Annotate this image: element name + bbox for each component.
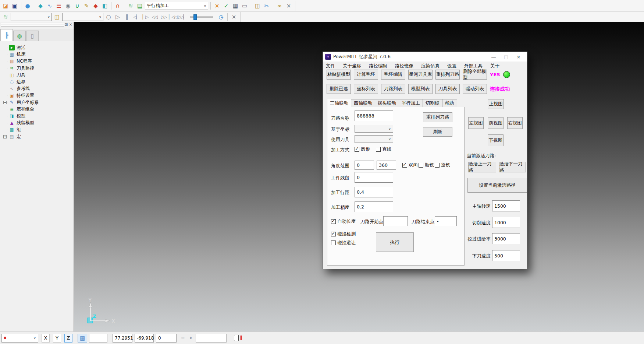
sim-toolpath-combo[interactable]: ∨ <box>11 13 52 21</box>
tree-item-groups[interactable]: ▩组 <box>0 126 74 133</box>
set-active-path-button[interactable]: 设置当前激活路径 <box>467 178 527 193</box>
bulb-icon[interactable]: ○ <box>104 13 113 21</box>
tab-help[interactable]: 帮助 <box>442 99 457 107</box>
verify-icon[interactable]: ✓ <box>222 2 230 10</box>
calc-block-button[interactable]: 计算毛坯 <box>354 70 378 80</box>
coordinate-y-value[interactable]: -69.918 <box>135 334 154 343</box>
open-icon[interactable]: ◪ <box>1 2 10 10</box>
axis-z-button[interactable]: Z <box>64 334 72 343</box>
toolpath-coil-icon[interactable]: ≋ <box>1 13 10 21</box>
mode-circle-checkbox[interactable]: 圆形 <box>355 146 370 152</box>
tree-item-tools[interactable]: ◫刀具 <box>0 71 74 78</box>
delete-all-models-button[interactable]: 删除全部模型 <box>463 70 487 80</box>
paste-new-model-button[interactable]: 粘贴新模型 <box>327 70 351 80</box>
toolpath-coil-icon[interactable]: ≋ <box>127 2 135 10</box>
tree-item-models[interactable]: ◨模型 <box>0 113 74 120</box>
menu-about[interactable]: 关于 <box>490 63 499 69</box>
delete-selected-button[interactable]: 删除已选 <box>327 84 351 94</box>
save-icon[interactable]: ▣ <box>11 2 19 10</box>
top-view-button[interactable]: 上视图 <box>488 99 504 109</box>
model-list-button[interactable]: 模型列表 <box>408 84 433 94</box>
menu-coords[interactable]: 关于坐标 <box>343 63 361 69</box>
close-button[interactable]: × <box>512 52 525 61</box>
toolpath-moves-icon[interactable]: ∿ <box>46 2 54 10</box>
skim-feed-input[interactable]: 3000 <box>492 233 520 244</box>
angle-from-input[interactable]: 0 <box>355 161 374 170</box>
explorer-trash-tab[interactable]: ▯ <box>26 31 39 41</box>
simulate-arc-icon[interactable]: ∩ <box>114 2 122 10</box>
tool-list-button[interactable]: 刀具列表 <box>435 84 460 94</box>
binoculars-icon[interactable]: ∞ <box>275 2 284 10</box>
tree-item-boundaries[interactable]: ◌边界 <box>0 78 74 85</box>
collision-check-icon[interactable]: × <box>213 2 221 10</box>
tree-item-stock-models[interactable]: ▲残留模型 <box>0 120 74 127</box>
cutting-speed-input[interactable]: 1000 <box>492 217 520 228</box>
measure-icon[interactable]: ▭ <box>241 2 249 10</box>
toolbar-close-icon[interactable]: × <box>285 2 293 10</box>
edit-block-button[interactable]: 毛坯编辑 <box>381 70 405 80</box>
dir-both-checkbox[interactable]: 双向 <box>402 162 418 168</box>
expand-icon[interactable]: + <box>3 101 7 104</box>
coord-base-combo[interactable]: ∨ <box>355 125 393 133</box>
tab-parallel[interactable]: 平行加工 <box>399 99 423 107</box>
rewind-icon[interactable]: ◁◁ <box>150 13 159 21</box>
menu-path-edit[interactable]: 路径编辑 <box>369 63 387 69</box>
dir-climb-checkbox[interactable]: 顺铣 <box>419 162 434 168</box>
dir-conventional-checkbox[interactable]: 逆铣 <box>435 162 450 168</box>
step-forward-icon[interactable]: ▏▷ <box>141 13 149 21</box>
tool-pair-icon[interactable]: ◫ <box>253 2 261 10</box>
mode-line-checkbox[interactable]: 直线 <box>376 146 391 152</box>
left-view-button[interactable]: 左视图 <box>468 117 484 129</box>
start-point-input[interactable] <box>383 216 408 226</box>
go-end-icon[interactable]: ▷▷▏ <box>178 13 186 21</box>
activate-prev-toolpath-button[interactable]: 激活上一刀路 <box>468 162 496 172</box>
expand-icon[interactable]: + <box>3 135 7 138</box>
explorer-tree-tab[interactable]: ╠ <box>0 29 13 41</box>
pause-icon[interactable]: ‖ <box>123 13 131 21</box>
tree-item-machine-tools[interactable]: ▦机床 <box>0 51 74 58</box>
auto-length-checkbox[interactable]: 自动长度 <box>331 218 356 225</box>
tree-item-nc-programs[interactable]: ▧NC程序 <box>0 58 74 65</box>
dock-grip[interactable] <box>1 23 64 24</box>
toolbar-close-icon[interactable]: × <box>230 13 238 21</box>
shaded-sphere-icon[interactable]: ● <box>24 2 32 10</box>
maximize-button[interactable]: □ <box>500 52 512 61</box>
dialog-titlebar[interactable]: ✦ PowerMILL 忆梦星河 7.0.6 — □ × <box>323 52 527 62</box>
stock-remain-input[interactable]: 0 <box>355 172 393 183</box>
minimize-button[interactable]: — <box>487 52 500 61</box>
stepover-input[interactable]: 0.4 <box>355 187 393 197</box>
strategy-combo[interactable]: 平行精加工 ∨ <box>145 2 208 10</box>
ball-tool-icon[interactable]: ◉ <box>64 2 72 10</box>
use-tool-combo[interactable]: ∨ <box>355 135 393 143</box>
grid-size-input[interactable] <box>89 334 107 343</box>
rearrange-toolpaths-button[interactable]: 重排列刀路 <box>435 70 460 80</box>
snap-mode-combo[interactable]: ∨ <box>1 334 38 343</box>
right-view-button[interactable]: 右视图 <box>507 117 523 129</box>
tree-item-toolpaths[interactable]: ≋刀具路径 <box>0 65 74 72</box>
tool-library-button[interactable]: 星河刀具库 <box>408 70 433 80</box>
explorer-globe-tab[interactable]: ◍ <box>13 31 26 41</box>
tab-saw[interactable]: 切割锯 <box>423 99 442 107</box>
tree-item-workplanes[interactable]: +✎用户坐标系 <box>0 99 74 106</box>
menu-render-sim[interactable]: 渲染仿真 <box>421 63 440 69</box>
menu-file[interactable]: 文件 <box>326 63 335 69</box>
panel-close-icon[interactable]: × <box>68 22 73 27</box>
clock-icon[interactable]: ◷ <box>217 13 225 21</box>
axis-x-button[interactable]: X <box>42 334 50 343</box>
go-start-icon[interactable]: ▏◁◁ <box>169 13 177 21</box>
menu-settings[interactable]: 设置 <box>447 63 456 69</box>
sim-speed-slider[interactable] <box>190 16 213 18</box>
tab-4axis[interactable]: 四轴联动 <box>351 99 375 107</box>
bottom-view-button[interactable]: 下视图 <box>488 134 504 146</box>
front-view-button[interactable]: 前视图 <box>488 117 504 129</box>
feature-points-icon[interactable]: ◆ <box>92 2 100 10</box>
rearrange-button[interactable]: 重排列刀路 <box>423 112 452 122</box>
coordinate-z-value[interactable]: 0 <box>156 334 177 343</box>
menu-path-mirror[interactable]: 路径镜像 <box>395 63 413 69</box>
strategy-w-icon[interactable]: ∪ <box>73 2 81 10</box>
tree-item-activate[interactable]: ▸激活 <box>0 44 74 51</box>
tools-icon[interactable]: ◫ <box>53 13 61 21</box>
angle-to-input[interactable]: 360 <box>377 161 396 170</box>
drive-list-button[interactable]: 驱动列表 <box>463 84 487 94</box>
collision-check-checkbox[interactable]: 碰撞检测 <box>331 231 356 237</box>
